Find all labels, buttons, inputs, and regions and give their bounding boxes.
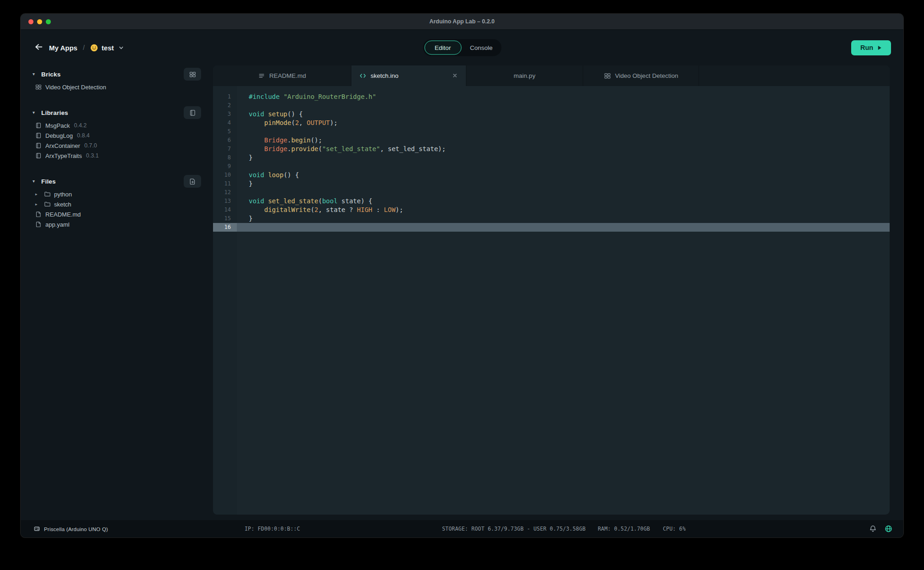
libraries-action-button[interactable] bbox=[184, 106, 201, 119]
line-number: 10 bbox=[213, 171, 237, 179]
code-line[interactable]: } bbox=[237, 179, 890, 188]
section-header-libraries[interactable]: ▾Libraries bbox=[33, 105, 201, 120]
code-line[interactable] bbox=[237, 127, 890, 136]
code-token: pinMode bbox=[264, 119, 291, 126]
tab-video-object-detection[interactable]: Video Object Detection bbox=[583, 65, 699, 86]
file-item-app-yaml[interactable]: app.yaml bbox=[33, 219, 201, 229]
code-token: set_led_state bbox=[268, 197, 318, 205]
code-token: Bridge bbox=[264, 145, 288, 152]
code-line[interactable]: void setup() { bbox=[237, 110, 890, 119]
line-number: 14 bbox=[213, 206, 237, 214]
notifications-bell-icon[interactable] bbox=[869, 525, 877, 533]
code-token: } bbox=[249, 154, 252, 161]
back-arrow-icon bbox=[34, 43, 43, 53]
breadcrumb-my-apps[interactable]: My Apps bbox=[49, 44, 77, 52]
code-token: . bbox=[287, 136, 291, 144]
code-line[interactable]: void set_led_state(bool state) { bbox=[237, 197, 890, 206]
network-globe-icon[interactable] bbox=[885, 525, 892, 533]
line-number: 1 bbox=[213, 92, 237, 101]
item-label: DebugLog bbox=[45, 132, 73, 139]
file-icon bbox=[35, 221, 42, 228]
library-item-msgpack[interactable]: MsgPack0.4.2 bbox=[33, 120, 201, 130]
file-item-readme-md[interactable]: README.md bbox=[33, 209, 201, 219]
bricks-action-button[interactable] bbox=[184, 68, 201, 81]
view-console-button[interactable]: Console bbox=[463, 41, 500, 55]
chevron-right-icon: ▸ bbox=[35, 202, 40, 206]
tab-label: Video Object Detection bbox=[615, 72, 678, 79]
status-icons bbox=[869, 525, 892, 533]
line-number: 15 bbox=[213, 214, 237, 223]
line-number: 3 bbox=[213, 110, 237, 119]
line-number: 4 bbox=[213, 119, 237, 127]
code-editor[interactable]: 12345678910111213141516 #include "Arduin… bbox=[213, 86, 890, 515]
code-line[interactable]: #include "Arduino_RouterBridge.h" bbox=[237, 92, 890, 101]
code-line[interactable]: } bbox=[237, 214, 890, 223]
chevron-down-icon: ▾ bbox=[33, 179, 39, 184]
folder-item-sketch[interactable]: ▸sketch bbox=[33, 199, 201, 209]
code-token: provide bbox=[291, 145, 318, 152]
code-token bbox=[249, 206, 264, 213]
brick-item-video-object-detection[interactable]: Video Object Detection bbox=[33, 82, 201, 92]
run-button[interactable]: Run bbox=[851, 40, 891, 55]
back-button[interactable] bbox=[33, 42, 44, 53]
code-token: "Arduino_RouterBridge.h" bbox=[284, 93, 376, 100]
code-token: ( bbox=[318, 145, 322, 152]
code-line[interactable]: digitalWrite(2, state ? HIGH : LOW); bbox=[237, 206, 890, 214]
section-header-bricks[interactable]: ▾Bricks bbox=[33, 66, 201, 82]
bricks-icon bbox=[604, 72, 611, 79]
code-line[interactable] bbox=[237, 223, 890, 232]
code-token bbox=[264, 171, 268, 179]
section-title: Bricks bbox=[41, 71, 60, 78]
tab-main-py[interactable]: main.py bbox=[466, 65, 583, 86]
section-header-files[interactable]: ▾Files bbox=[33, 174, 201, 189]
close-tab-button[interactable] bbox=[451, 72, 458, 79]
code-token: OUTPUT bbox=[306, 119, 330, 126]
book-icon bbox=[35, 152, 42, 159]
project-name: test bbox=[102, 44, 114, 52]
code-line[interactable] bbox=[237, 101, 890, 110]
code-line[interactable]: Bridge.begin(); bbox=[237, 136, 890, 145]
section-title: Files bbox=[41, 178, 56, 185]
folder-item-python[interactable]: ▸python bbox=[33, 189, 201, 199]
code-line[interactable] bbox=[237, 188, 890, 197]
code-line[interactable]: } bbox=[237, 153, 890, 162]
code-token: } bbox=[249, 180, 252, 187]
close-window-button[interactable] bbox=[28, 19, 33, 24]
item-label: ArxContainer bbox=[45, 142, 80, 149]
device-status[interactable]: Priscella (Arduino UNO Q) bbox=[33, 526, 108, 532]
zoom-window-button[interactable] bbox=[46, 19, 51, 24]
code-token: loop bbox=[268, 171, 284, 179]
storage-status: STORAGE: ROOT 6.37/9.73GB - USER 0.75/3.… bbox=[442, 526, 585, 532]
code-lines: #include "Arduino_RouterBridge.h"void se… bbox=[237, 86, 890, 515]
code-line[interactable]: pinMode(2, OUTPUT); bbox=[237, 119, 890, 127]
files-action-button[interactable] bbox=[184, 175, 201, 188]
item-label: sketch bbox=[54, 201, 71, 208]
line-number: 13 bbox=[213, 197, 237, 206]
project-selector[interactable]: test bbox=[90, 44, 124, 52]
item-label: python bbox=[54, 191, 72, 198]
code-line[interactable] bbox=[237, 162, 890, 171]
library-item-arxcontainer[interactable]: ArxContainer0.7.0 bbox=[33, 141, 201, 151]
minimize-window-button[interactable] bbox=[37, 19, 42, 24]
app-header: My Apps / test EditorConsole Run bbox=[21, 30, 903, 65]
book-icon bbox=[35, 132, 42, 139]
sidebar-section-bricks: ▾BricksVideo Object Detection bbox=[33, 66, 201, 92]
code-token: setup bbox=[268, 110, 287, 118]
tab-sketch-ino[interactable]: sketch.ino bbox=[351, 65, 466, 86]
main-area: ▾BricksVideo Object Detection▾LibrariesM… bbox=[21, 65, 903, 520]
folder-icon bbox=[44, 191, 50, 197]
tab-readme-md[interactable]: README.md bbox=[213, 65, 351, 86]
view-editor-button[interactable]: Editor bbox=[424, 41, 461, 55]
library-item-debuglog[interactable]: DebugLog0.8.4 bbox=[33, 130, 201, 141]
code-token: , bbox=[299, 119, 307, 126]
book-icon bbox=[189, 109, 196, 116]
code-line[interactable]: Bridge.provide("set_led_state", set_led_… bbox=[237, 145, 890, 153]
code-token: ( bbox=[318, 197, 322, 205]
code-token: void bbox=[249, 197, 264, 205]
code-token bbox=[249, 145, 264, 152]
code-token: bool bbox=[322, 197, 338, 205]
code-token: void bbox=[249, 110, 264, 118]
library-item-arxtypetraits[interactable]: ArxTypeTraits0.3.1 bbox=[33, 151, 201, 161]
code-line[interactable]: void loop() { bbox=[237, 171, 890, 179]
tab-label: main.py bbox=[514, 72, 535, 79]
